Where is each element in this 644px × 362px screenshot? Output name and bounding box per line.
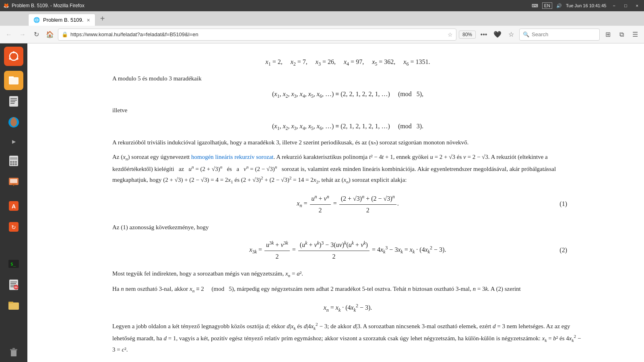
svg-rect-19 — [12, 163, 14, 165]
paragraph-3: A rekurzióból triviális indukcióval igaz… — [112, 137, 583, 148]
sidebar-firefox-icon[interactable] — [4, 113, 23, 132]
svg-rect-6 — [9, 76, 14, 78]
close-btn[interactable]: × — [634, 3, 641, 8]
svg-rect-14 — [10, 157, 17, 160]
sidebar-text-icon[interactable]: ✏ — [4, 275, 23, 294]
paragraph-6: Most tegyük fel indirekten, hogy a soroz… — [112, 268, 583, 280]
content-area[interactable]: x1 = 2, x2 = 7, x3 = 26, x4 = 97, x5 = 3… — [27, 43, 644, 362]
address-bar[interactable] — [70, 31, 445, 37]
svg-rect-32 — [10, 282, 17, 282]
home-btn[interactable]: 🏠 — [44, 29, 56, 40]
sidebar: ▶ A — [0, 43, 27, 362]
content-inner: x1 = 2, x2 = 7, x3 = 26, x4 = 97, x5 = 3… — [64, 43, 607, 362]
lock-icon: 🔒 — [62, 31, 68, 37]
svg-rect-8 — [10, 98, 17, 99]
main-layout: ▶ A — [0, 43, 644, 362]
svg-rect-38 — [8, 302, 19, 310]
tab-favicon: 🌐 — [33, 17, 40, 23]
browser-icon: 🦊 — [3, 3, 9, 8]
svg-rect-24 — [13, 185, 14, 186]
address-bar-container: 🔒 ☆ — [58, 29, 456, 41]
link-homogen[interactable]: homogén lineáris rekurzív sorozat — [191, 154, 274, 160]
forward-btn[interactable]: → — [17, 29, 28, 40]
titlebar-right: ⌨ EN 🔊 Tue Jun 16 10:41:45 − □ × — [532, 2, 641, 9]
maximize-btn[interactable]: □ — [622, 3, 630, 8]
navbar: ← → ↻ 🏠 🔒 ☆ 80% ••• 🖤 ☆ 🔍 ⊞ ⧉ ☰ — [0, 26, 644, 43]
paragraph-1: A modulo 5 és modulo 3 maradékaik — [112, 73, 583, 84]
svg-rect-18 — [10, 163, 12, 165]
sidebar-arrow-container: ▶ — [11, 134, 16, 150]
paragraph-9: A 4x²ₖ − 3 = c² egyenletet rendezzük át … — [112, 359, 583, 362]
tab-close-btn[interactable]: × — [87, 17, 90, 23]
sidebar-files-icon[interactable] — [4, 71, 23, 90]
svg-text:$_: $_ — [10, 261, 16, 267]
paragraph-7: Ha n nem osztható 3-nal, akkor xn ≡ 2 (m… — [112, 284, 583, 295]
svg-point-3 — [9, 58, 11, 60]
sidebar-writer-icon[interactable] — [4, 92, 23, 111]
back-btn[interactable]: ← — [3, 29, 14, 40]
formula-xvalues: x1 = 2, x2 = 7, x3 = 26, x4 = 97, x5 = 3… — [112, 56, 583, 68]
svg-rect-9 — [10, 100, 17, 101]
sidebar-appstore-icon[interactable]: A — [4, 196, 23, 216]
paragraph-4: Az (xn) sorozat egy úgynevezett homogén … — [112, 152, 583, 186]
svg-text:✏: ✏ — [14, 285, 18, 290]
sidebar-update-icon[interactable]: ↻ — [4, 217, 23, 237]
sidebar-trash-icon[interactable] — [4, 343, 23, 362]
sidebar-ubuntu-icon[interactable] — [4, 47, 23, 66]
tabbar: 🌐 Problem B. 5109. × + — [0, 11, 644, 26]
paragraph-8: Legyen a jobb oldalon a két tényező legn… — [112, 321, 583, 355]
sidebar-file-manager-icon[interactable] — [4, 296, 23, 315]
lang-badge: EN — [542, 2, 552, 9]
search-input[interactable] — [532, 31, 596, 37]
sidebar-expand-arrow[interactable]: ▶ — [11, 134, 16, 150]
svg-rect-20 — [15, 163, 17, 165]
svg-rect-5 — [9, 77, 19, 84]
minimize-btn[interactable]: − — [610, 3, 617, 8]
more-btn[interactable]: ••• — [478, 29, 489, 40]
svg-text:A: A — [12, 203, 16, 210]
svg-rect-11 — [10, 103, 14, 104]
pocket-icon[interactable]: 🖤 — [492, 29, 503, 40]
sidebar-impress-icon[interactable] — [4, 172, 23, 191]
sidebar-calc-icon[interactable] — [4, 151, 23, 171]
search-bar-container: 🔍 — [519, 29, 600, 41]
svg-rect-15 — [10, 161, 12, 163]
bookmark-icon[interactable]: ☆ — [448, 31, 453, 38]
sidebar-terminal-icon[interactable]: $_ — [4, 254, 23, 274]
formula-xn-product: xn = xk · (4xk2 − 3). — [112, 302, 583, 314]
reload-btn[interactable]: ↻ — [31, 29, 42, 40]
star-icon[interactable]: ☆ — [506, 29, 517, 40]
svg-rect-16 — [12, 161, 14, 163]
formula-mod3: (x1, x2, x3, x4, x5, x6, …) ≡ (2, 1, 2, … — [112, 121, 583, 133]
search-icon: 🔍 — [523, 31, 529, 37]
svg-text:↻: ↻ — [11, 224, 16, 230]
svg-rect-42 — [12, 348, 15, 350]
svg-rect-10 — [10, 101, 15, 102]
titlebar: 🦊 Problem B. 5109. - Mozilla Firefox ⌨ E… — [0, 0, 644, 11]
svg-rect-33 — [10, 283, 16, 284]
paragraph-5: Az (1) azonosság következménye, hogy — [112, 222, 583, 232]
split-view-btn[interactable]: ⧉ — [616, 29, 627, 40]
svg-rect-23 — [12, 184, 16, 185]
svg-point-4 — [17, 58, 19, 60]
tab-label: Problem B. 5109. — [43, 17, 83, 23]
sidebar-view-btn[interactable]: ⊞ — [602, 29, 613, 40]
datetime: Tue Jun 16 10:41:45 — [566, 3, 607, 8]
menu-btn[interactable]: ☰ — [630, 29, 641, 40]
formula-mod5: (x1, x2, x3, x4, x5, x6, …) ≡ (2, 2, 1, … — [112, 88, 583, 101]
svg-rect-22 — [10, 179, 17, 183]
formula-1: xn = un + vn 2 = (2 + √3)n + (2 − √3)n 2… — [112, 193, 583, 216]
svg-point-2 — [13, 51, 15, 53]
active-tab[interactable]: 🌐 Problem B. 5109. × — [28, 14, 95, 26]
zoom-badge: 80% — [459, 31, 476, 39]
window-title: Problem B. 5109. - Mozilla Firefox — [12, 3, 85, 8]
paragraph-illetve: illetve — [112, 105, 583, 115]
formula-2: x3k = u3k + v3k 2 = (uk + vk)3 − 3(uv)k(… — [112, 239, 583, 262]
svg-rect-39 — [8, 302, 13, 303]
svg-rect-40 — [11, 350, 17, 356]
titlebar-left: 🦊 Problem B. 5109. - Mozilla Firefox — [3, 3, 85, 8]
keyboard-icon: ⌨ — [532, 3, 538, 8]
new-tab-btn[interactable]: + — [97, 14, 108, 23]
volume-icon: 🔊 — [556, 3, 562, 8]
svg-rect-17 — [15, 161, 17, 163]
